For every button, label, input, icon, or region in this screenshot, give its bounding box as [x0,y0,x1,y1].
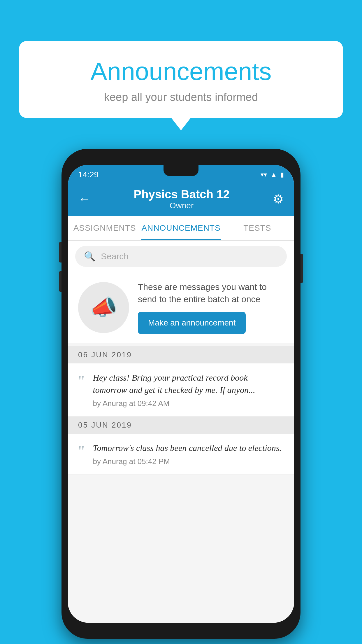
date-separator-2: 05 JUN 2019 [68,416,294,434]
promo-right: These are messages you want to send to t… [138,281,284,334]
tab-announcements[interactable]: ANNOUNCEMENTS [141,216,220,240]
tab-tests[interactable]: TESTS [221,216,294,240]
speech-bubble: Announcements keep all your students inf… [19,41,343,118]
date-separator-1: 06 JUN 2019 [68,346,294,363]
phone-screen: 14:29 ▾▾ ▲ ▮ ← Physics Batch 12 Owner ⚙ [68,165,294,623]
promo-description: These are messages you want to send to t… [138,281,284,305]
announcement-meta-1: by Anurag at 09:42 AM [93,399,284,408]
app-bar-subtitle: Owner [90,201,273,210]
wifi-icon: ▾▾ [261,171,267,178]
phone-notch [164,165,198,176]
settings-icon[interactable]: ⚙ [273,192,284,206]
tab-assignments[interactable]: ASSIGNMENTS [68,216,141,240]
app-bar-title-container: Physics Batch 12 Owner [90,188,273,210]
volume-down-button[interactable] [59,271,61,292]
tabs-container: ASSIGNMENTS ANNOUNCEMENTS TESTS [68,216,294,241]
announcement-text-1: Hey class! Bring your practical record b… [93,372,284,396]
battery-icon: ▮ [280,171,284,178]
search-container: 🔍 Search [68,241,294,272]
volume-up-button[interactable] [59,242,61,262]
make-announcement-button[interactable]: Make an announcement [138,312,246,334]
power-button[interactable] [301,254,303,283]
speech-bubble-container: Announcements keep all your students inf… [19,41,343,118]
announcement-item-2[interactable]: " Tomorrow's class has been cancelled du… [68,434,294,475]
announcement-promo: 📣 These are messages you want to send to… [68,272,294,343]
signal-icon: ▲ [270,171,277,178]
back-button[interactable]: ← [78,192,90,206]
app-bar-title: Physics Batch 12 [90,188,273,201]
status-icons: ▾▾ ▲ ▮ [261,171,284,178]
speech-bubble-subtitle: keep all your students informed [36,91,326,104]
screen-content: 14:29 ▾▾ ▲ ▮ ← Physics Batch 12 Owner ⚙ [68,165,294,623]
content-area: 🔍 Search 📣 These are messages you want t… [68,241,294,623]
announcement-content-1: Hey class! Bring your practical record b… [93,372,284,408]
speech-bubble-title: Announcements [36,57,326,86]
quote-icon-2: " [78,443,85,459]
megaphone-icon: 📣 [90,295,117,320]
announcement-text-2: Tomorrow's class has been cancelled due … [93,442,284,454]
phone-body: 14:29 ▾▾ ▲ ▮ ← Physics Batch 12 Owner ⚙ [61,149,301,639]
promo-icon-circle: 📣 [78,282,129,333]
quote-icon-1: " [78,373,85,389]
status-time: 14:29 [78,170,99,179]
announcement-item-1[interactable]: " Hey class! Bring your practical record… [68,363,294,416]
search-bar[interactable]: 🔍 Search [75,246,287,267]
announcement-content-2: Tomorrow's class has been cancelled due … [93,442,284,466]
app-bar: ← Physics Batch 12 Owner ⚙ [68,182,294,216]
search-icon: 🔍 [84,251,96,262]
phone-container: 14:29 ▾▾ ▲ ▮ ← Physics Batch 12 Owner ⚙ [61,149,301,639]
search-placeholder: Search [101,251,129,261]
announcement-meta-2: by Anurag at 05:42 PM [93,457,284,466]
